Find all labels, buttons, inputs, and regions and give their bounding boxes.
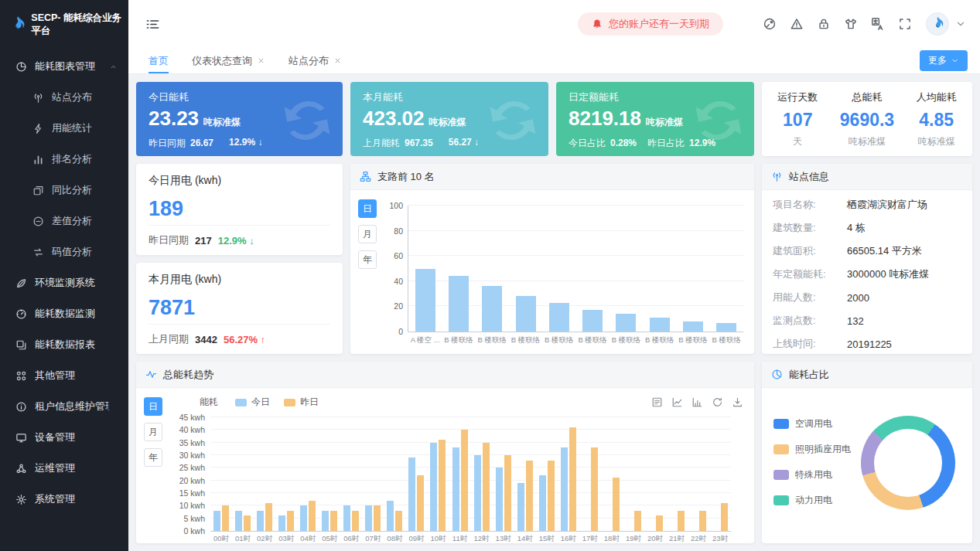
kpi-card-daily-quota: 日定额能耗8219.18吨标准煤今日占比0.28%昨日占比12.9% (556, 82, 754, 156)
bar (449, 276, 469, 332)
avatar[interactable] (926, 12, 949, 36)
sidebar-item-1[interactable]: 环境监测系统 (0, 267, 128, 298)
y-tick-label: 100 (389, 201, 403, 210)
warning-icon[interactable] (790, 17, 804, 31)
trend-period-1[interactable]: 月 (144, 423, 162, 441)
branch-period-0[interactable]: 日 (358, 199, 377, 218)
fullscreen-icon[interactable] (898, 17, 912, 31)
summary-item-0: 运行天数107天 (777, 90, 818, 148)
donut-legend-item[interactable]: 空调用电 (773, 417, 851, 430)
kpi-title: 今日能耗 (149, 90, 330, 104)
sidebar-subitem-0-2[interactable]: 排名分析 (0, 144, 128, 175)
sidebar-subitem-0-4[interactable]: 差值分析 (0, 206, 128, 236)
x-tick-label: 01时 (232, 534, 254, 543)
donut-legend-item[interactable]: 动力用电 (773, 494, 851, 507)
sidebar-item-5[interactable]: 租户信息维护管理 (0, 391, 128, 422)
caret-down-icon (109, 434, 118, 442)
chevron-down-icon[interactable] (955, 19, 966, 29)
sidebar-subitem-0-1[interactable]: 用能统计 (0, 113, 128, 144)
bar-group (644, 417, 666, 531)
x-axis-labels: A 楼空 ...B 楼联络B 楼联络B 楼联络B 楼联络B 楼联络B 楼联络B … (408, 335, 743, 345)
trend-period-2[interactable]: 年 (144, 448, 162, 467)
caret-down-icon (109, 279, 118, 287)
summary-item-1: 总能耗9690.3吨标准煤 (840, 90, 894, 148)
x-tick-label: 19时 (623, 534, 644, 543)
donut-panel-body: 空调用电照明插座用电特殊用电动力用电 (762, 388, 972, 543)
sidebar-subitem-0-3[interactable]: 同比分析 (0, 175, 128, 206)
usage-value: 189 (149, 197, 330, 221)
sidebar-item-label: 租户信息维护管理 (35, 400, 109, 413)
site-info-row-5: 监测点数:132 (762, 309, 972, 332)
summary-label: 运行天数 (777, 90, 818, 104)
bar-昨日 (265, 503, 272, 531)
trend-axis-name: 能耗 (200, 396, 218, 409)
donut-legend-item[interactable]: 照明插座用电 (773, 443, 851, 456)
line-chart-icon[interactable] (671, 396, 683, 408)
kpi-title: 日定额能耗 (569, 90, 742, 104)
y-tick-label: 20 (394, 301, 403, 311)
caret-down-icon (109, 310, 118, 318)
usage-footer: 上月同期344256.27% ↑ (149, 324, 330, 346)
sidebar-item-8[interactable]: 系统管理 (0, 484, 128, 515)
sidebar-item-6[interactable]: 设备管理 (0, 422, 128, 453)
download-icon[interactable] (732, 396, 743, 408)
info-circle-icon (15, 401, 27, 413)
refresh-icon[interactable] (712, 396, 723, 408)
more-button-label: 更多 (928, 54, 947, 67)
y-tick-label: 15 kwh (179, 488, 205, 498)
more-button[interactable]: 更多 (920, 50, 968, 71)
sidebar-item-3[interactable]: 能耗数据报表 (0, 329, 128, 360)
branch-period-2[interactable]: 年 (358, 250, 377, 269)
legend-label: 动力用电 (795, 494, 832, 507)
antenna-icon (771, 171, 783, 182)
tab-label: 站点分布 (289, 54, 329, 68)
sidebar-item-7[interactable]: 运维管理 (0, 453, 128, 484)
legend-item[interactable]: 昨日 (284, 396, 319, 409)
sidebar-subitem-0-0[interactable]: 站点分布 (0, 82, 128, 113)
x-tick-label: B 楼联络 (542, 335, 575, 345)
account-expiry-alert[interactable]: 您的账户还有一天到期 (578, 12, 723, 36)
collapse-menu-icon[interactable] (145, 17, 160, 32)
data-view-icon[interactable] (651, 396, 663, 408)
y-tick-label: 0 (398, 327, 403, 336)
bar-昨日 (656, 515, 663, 531)
bar (616, 314, 636, 332)
legend-item[interactable]: 今日 (235, 396, 270, 409)
sidebar-subitem-label: 用能统计 (52, 121, 118, 135)
legend-swatch (284, 399, 295, 406)
bar-今日 (235, 511, 242, 531)
trend-bar-chart: 0 kwh5 kwh10 kwh15 kwh20 kwh25 kwh30 kwh… (210, 417, 731, 532)
sidebar-menu: 能耗图表管理站点分布用能统计排名分析同比分析差值分析码值分析环境监测系统能耗数据… (0, 49, 128, 551)
sidebar-item-4[interactable]: 其他管理 (0, 360, 128, 391)
tab-2[interactable]: 站点分布 (289, 48, 342, 73)
sidebar-item-2[interactable]: 能耗数据监测 (0, 298, 128, 329)
donut-legend-item[interactable]: 特殊用电 (773, 468, 851, 481)
site-info-row-1: 建筑数量:4 栋 (762, 216, 972, 240)
gauge-icon (15, 308, 27, 320)
x-tick-label: 02时 (254, 534, 275, 543)
trend-period-0[interactable]: 日 (144, 397, 162, 416)
lock-icon[interactable] (817, 17, 831, 31)
palette-icon[interactable] (763, 17, 777, 31)
usage-column: 今日用电 (kwh)189昨日同期21712.9% ↓本月用电 (kwh)787… (136, 164, 343, 354)
tshirt-icon[interactable] (844, 17, 858, 31)
bar-chart-mini-icon[interactable] (691, 396, 703, 408)
bar-昨日 (504, 455, 511, 531)
close-icon[interactable] (257, 56, 265, 65)
tab-0[interactable]: 首页 (149, 48, 169, 73)
sidebar-subitem-0-5[interactable]: 码值分析 (0, 236, 128, 267)
bar (516, 296, 536, 332)
bar (549, 303, 569, 332)
bar-group (579, 417, 601, 531)
donut-panel-header: 能耗占比 (762, 362, 972, 388)
x-tick-label: 22时 (688, 534, 709, 543)
tab-1[interactable]: 仪表状态查询 (192, 48, 265, 73)
translate-icon[interactable] (871, 17, 885, 31)
avatar-flame-icon (930, 16, 944, 32)
branch-period-1[interactable]: 月 (358, 225, 377, 243)
sidebar-subitem-label: 码值分析 (52, 245, 118, 259)
info-label: 建筑面积: (773, 244, 847, 258)
sidebar-item-0[interactable]: 能耗图表管理 (0, 51, 128, 82)
bar-group (709, 417, 731, 531)
close-icon[interactable] (333, 56, 342, 65)
